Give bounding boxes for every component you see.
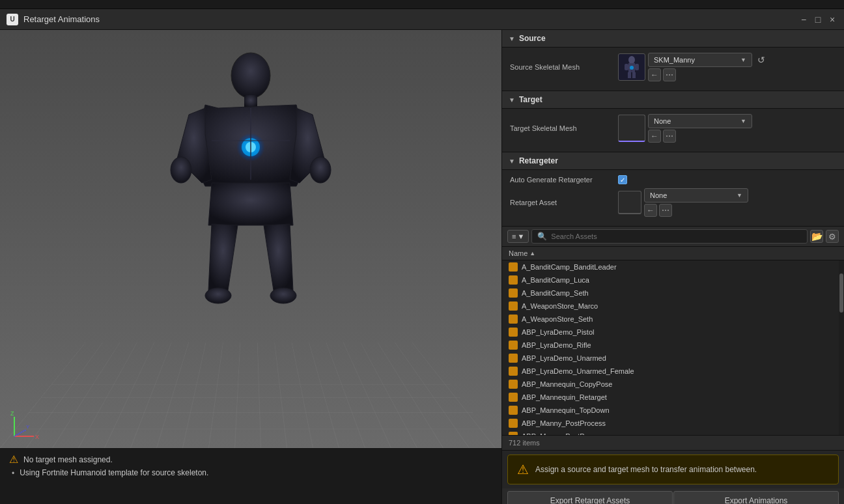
asset-list-header: Name ▲ [502, 247, 844, 260]
source-reset-button[interactable]: ↺ [755, 53, 768, 66]
list-scrollbar-thumb[interactable] [839, 273, 843, 313]
name-column-header[interactable]: Name ▲ [509, 249, 837, 257]
target-section-header[interactable]: ▼ Target [502, 91, 844, 109]
asset-type-icon [509, 367, 518, 376]
add-folder-button[interactable]: 📂 [810, 230, 823, 243]
list-item[interactable]: ABP_LyraDemo_Unarmed [502, 352, 839, 365]
retarget-asset-dropdown[interactable]: None ▼ [644, 188, 748, 203]
retargeter-chevron-icon: ▼ [509, 158, 515, 165]
source-section-title: Source [519, 34, 546, 43]
retarget-asset-controls: None ▼ ← ⋯ [644, 188, 748, 217]
search-icon: 🔍 [537, 232, 547, 241]
target-section: ▼ Target Target Skeletal Mesh None ▼ [502, 91, 844, 152]
asset-type-icon [509, 354, 518, 363]
maximize-button[interactable]: □ [813, 14, 823, 25]
export-animations-button[interactable]: Export Animations [673, 491, 839, 504]
viewport-grid [0, 343, 501, 448]
window-controls: − □ × [798, 14, 837, 25]
retargeter-section: ▼ Retargeter Auto Generate Retargeter ✓ … [502, 152, 844, 227]
target-section-body: Target Skeletal Mesh None ▼ [502, 109, 844, 152]
asset-type-icon [509, 380, 518, 389]
settings-button[interactable]: ⚙ [826, 230, 839, 243]
source-navigate-button[interactable]: ← [648, 68, 661, 81]
window-title: Retarget Animations [23, 14, 793, 24]
asset-item-name: A_WeaponStore_Seth [522, 315, 593, 323]
filter-icon: ≡ [512, 232, 516, 240]
title-bar: U Retarget Animations − □ × [0, 9, 844, 30]
target-asset-thumbnail [618, 115, 645, 142]
viewport-background: X Z Y [0, 30, 501, 448]
svg-rect-21 [625, 64, 628, 70]
target-chevron-icon: ▼ [509, 96, 515, 104]
close-button[interactable]: × [827, 14, 837, 25]
asset-type-icon [509, 419, 518, 428]
filter-button[interactable]: ≡ ▼ [507, 230, 529, 243]
retarget-asset-row: Retarget Asset None ▼ [510, 188, 836, 217]
svg-point-6 [310, 157, 331, 183]
svg-rect-1 [244, 95, 257, 108]
target-skeletal-mesh-label: Target Skeletal Mesh [510, 124, 614, 132]
filter-arrow-icon: ▼ [517, 232, 524, 240]
target-mesh-dropdown[interactable]: None ▼ [648, 114, 752, 128]
export-retarget-assets-button[interactable]: Export Retarget Assets [507, 491, 673, 504]
asset-type-icon [509, 393, 518, 402]
template-text: Using Fortnite Humanoid template for sou… [20, 468, 208, 477]
retarget-dropdown-arrow-icon: ▼ [737, 192, 742, 199]
target-browse-button[interactable]: ⋯ [663, 130, 676, 143]
right-panel: ▼ Source Source Skeletal Mesh [501, 30, 844, 504]
retarget-browse-button[interactable]: ⋯ [659, 204, 672, 217]
search-input[interactable] [551, 232, 802, 240]
svg-point-7 [205, 288, 231, 303]
asset-item-name: ABP_LyraDemo_Rifle [522, 341, 591, 349]
asset-type-icon [509, 262, 518, 272]
axis-indicator: X Z Y [8, 410, 40, 443]
asset-type-icon [509, 328, 518, 337]
list-item[interactable]: A_WeaponStore_Marco [502, 300, 839, 313]
list-item[interactable]: ABP_Mannequin_CopyPose [502, 378, 839, 391]
retarget-dropdown-row: None ▼ [644, 188, 748, 203]
list-item[interactable]: ABP_LyraDemo_Pistol [502, 326, 839, 339]
app-logo: U [7, 14, 18, 25]
source-asset-thumbnail [618, 53, 645, 81]
item-count: 712 items [509, 439, 540, 447]
svg-point-25 [630, 66, 634, 70]
source-mesh-dropdown[interactable]: SKM_Manny ▼ [648, 53, 752, 67]
list-item[interactable]: ABP_Mannequin_TopDown [502, 404, 839, 417]
retargeter-section-body: Auto Generate Retargeter ✓ Retarget Asse… [502, 170, 844, 227]
asset-item-name: A_BanditCamp_Seth [522, 289, 589, 297]
asset-item-name: A_BanditCamp_Luca [522, 276, 589, 284]
asset-type-icon [509, 406, 518, 415]
source-dropdown-row: SKM_Manny ▼ ↺ [648, 53, 768, 67]
list-item[interactable]: A_WeaponStore_Seth [502, 313, 839, 326]
retargeter-section-header[interactable]: ▼ Retargeter [502, 152, 844, 170]
target-asset-controls: None ▼ ← ⋯ [648, 114, 752, 143]
target-asset-picker: None ▼ ← ⋯ [618, 114, 836, 143]
minimize-button[interactable]: − [798, 14, 809, 25]
search-box: 🔍 [531, 229, 808, 244]
target-navigate-button[interactable]: ← [648, 130, 661, 143]
list-item[interactable]: ABP_Manny_PostProcess [502, 417, 839, 430]
list-item[interactable]: ABP_Manny_PostProcess [502, 430, 839, 435]
manny-thumbnail-svg [619, 55, 644, 79]
bullet-dot: • [12, 469, 14, 478]
list-item[interactable]: ABP_LyraDemo_Rifle [502, 339, 839, 352]
retarget-asset-value: None [650, 191, 667, 199]
target-section-title: Target [519, 95, 542, 104]
sort-ascending-icon: ▲ [529, 250, 535, 257]
source-chevron-icon: ▼ [509, 35, 515, 42]
auto-generate-checkbox[interactable]: ✓ [618, 175, 627, 184]
target-mesh-value: None [654, 117, 671, 125]
source-section-header[interactable]: ▼ Source [502, 30, 844, 48]
list-item[interactable]: A_BanditCamp_Luca [502, 273, 839, 287]
retarget-navigate-button[interactable]: ← [644, 204, 657, 217]
warning-icon: ⚠ [9, 453, 18, 466]
source-section: ▼ Source Source Skeletal Mesh [502, 30, 844, 91]
list-item[interactable]: A_BanditCamp_Seth [502, 287, 839, 300]
list-item[interactable]: A_BanditCamp_BanditLeader [502, 260, 839, 273]
list-scrollbar[interactable] [839, 260, 844, 435]
asset-type-icon [509, 301, 518, 311]
list-item[interactable]: ABP_LyraDemo_Unarmed_Female [502, 365, 839, 378]
list-item[interactable]: ABP_Mannequin_Retarget [502, 391, 839, 404]
retargeter-section-title: Retargeter [519, 156, 558, 165]
source-browse-button[interactable]: ⋯ [663, 68, 676, 81]
